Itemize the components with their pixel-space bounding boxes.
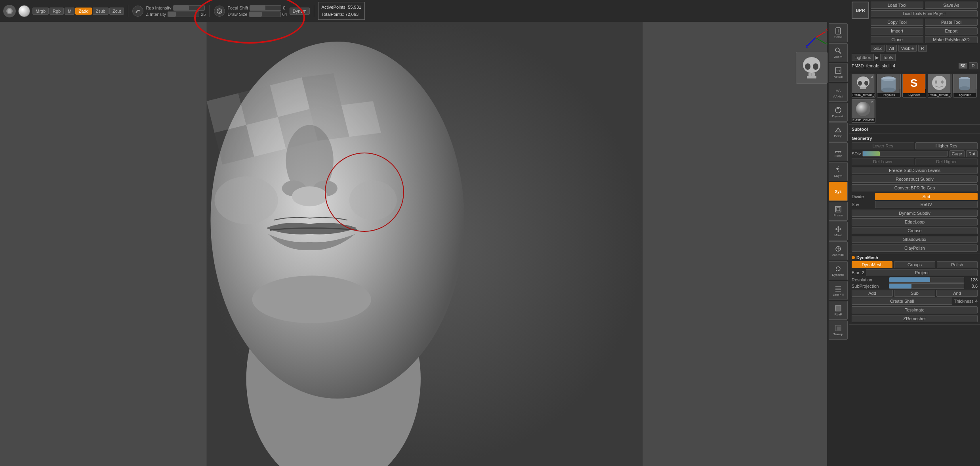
zadd-btn[interactable]: Zadd	[75, 8, 92, 15]
save-as-button[interactable]: Save As	[925, 2, 978, 9]
m-btn[interactable]: M	[65, 8, 74, 15]
smt-btn[interactable]: Smt	[875, 193, 978, 200]
higher-res-btn[interactable]: Higher Res	[915, 142, 978, 149]
lightbox-button[interactable]: Lightbox	[852, 54, 874, 61]
rotate-btn[interactable]: Dynamic	[829, 261, 848, 280]
svg-point-59	[835, 48, 839, 52]
polish-btn[interactable]: Polish	[937, 261, 978, 268]
zsub-btn[interactable]: Zsub	[93, 8, 109, 15]
dynamic-view-btn[interactable]: Dynamic	[829, 103, 848, 122]
tool-thumb-2[interactable]: Cylinder PolyMes	[877, 74, 901, 97]
convert-bpr-btn[interactable]: Convert BPR To Geo	[852, 184, 978, 191]
xyz-label: Xyz	[835, 189, 841, 194]
tool-thumb-5[interactable]: SimpleB Cylinder	[953, 74, 977, 97]
lower-res-btn[interactable]: Lower Res	[852, 142, 914, 149]
rlyf-btn[interactable]: RLyF	[829, 301, 848, 320]
canvas-area[interactable]	[0, 22, 849, 466]
shadow-box-btn[interactable]: ShadowBox	[852, 236, 978, 243]
del-higher-btn[interactable]: Del Higher	[915, 158, 978, 165]
load-tool-button[interactable]: Load Tool	[871, 2, 923, 9]
load-tools-from-project-button[interactable]: Load Tools From Project	[871, 10, 978, 17]
zoom3d-btn[interactable]: Zoom3D	[829, 241, 848, 260]
clay-polish-btn[interactable]: ClayPolish	[852, 244, 978, 252]
add-btn[interactable]: Add	[852, 290, 893, 297]
thickness-label: Thickness	[954, 299, 974, 304]
and-btn[interactable]: And	[936, 290, 978, 297]
stroke-icon[interactable]	[132, 6, 143, 17]
sdiv-label: SDiv	[852, 151, 861, 156]
reconstruct-subdiv-btn[interactable]: Reconstruct Subdiv	[852, 176, 978, 183]
visible-button[interactable]: Visible	[898, 45, 917, 52]
transp-btn[interactable]: Transp	[829, 321, 848, 340]
copy-tool-button[interactable]: Copy Tool	[871, 19, 923, 26]
z-intensity-slider[interactable]	[168, 11, 199, 17]
brush-icon[interactable]	[3, 5, 16, 17]
dynamic-subdiv-btn[interactable]: Dynamic Subdiv	[852, 210, 978, 217]
tessimate-btn[interactable]: Tessimate	[852, 306, 978, 313]
tool-thumb-1[interactable]: 2 PM3D_female_sk	[852, 74, 875, 97]
draw-size-slider[interactable]	[249, 11, 281, 17]
dynamic-btn[interactable]: Dynam	[290, 8, 310, 15]
import-button[interactable]: Import	[871, 27, 923, 34]
svg-point-49	[935, 80, 937, 84]
create-shell-btn[interactable]: Create Shell	[852, 298, 952, 305]
r-btn[interactable]: R	[969, 62, 978, 69]
tool-thumb-3[interactable]: S SimpleB Cylinder	[902, 74, 926, 97]
lsym-btn[interactable]: LSym	[829, 162, 848, 181]
persp-btn[interactable]: Persp	[829, 122, 848, 141]
color-sphere[interactable]	[18, 5, 30, 17]
skull-thumbnail[interactable]	[796, 52, 827, 84]
zremesher-btn[interactable]: ZRemesher	[852, 315, 978, 322]
alpha-icon[interactable]: S	[214, 6, 225, 17]
focal-shift-slider[interactable]	[250, 5, 281, 11]
tool-thumb-6[interactable]: 2 PM3D_CPM3D_f	[852, 99, 875, 123]
mrgb-btn[interactable]: Mrgb	[32, 8, 49, 15]
bpr-button[interactable]: BPR	[852, 2, 869, 19]
edge-loop-btn[interactable]: EdgeLoop	[852, 218, 978, 225]
freeze-subdiv-btn[interactable]: Freeze SubDivision Levels	[852, 167, 978, 174]
aahalf-btn[interactable]: AA AAHalf	[829, 83, 848, 102]
subtool-title[interactable]: Subtool	[852, 126, 978, 132]
rgb-intensity-slider[interactable]	[173, 5, 205, 11]
export-button[interactable]: Export	[925, 27, 978, 34]
svg-point-50	[941, 80, 944, 84]
actual-btn[interactable]: 1:1 Actual	[829, 63, 848, 82]
subprojection-slider[interactable]	[889, 283, 964, 289]
zoom-btn[interactable]: Zoom	[829, 43, 848, 62]
all-button[interactable]: All	[886, 45, 896, 52]
divider3	[314, 5, 314, 17]
zcut-btn[interactable]: Zcut	[109, 8, 124, 15]
svg-point-10	[292, 186, 328, 206]
del-lower-btn[interactable]: Del Lower	[852, 158, 914, 165]
scroll-btn[interactable]: Scroll	[829, 23, 848, 42]
tool-thumb-4[interactable]: PM3D_female_sk	[928, 74, 951, 97]
groups-btn[interactable]: Groups	[894, 261, 935, 268]
move-btn[interactable]: Move	[829, 222, 848, 241]
geometry-title[interactable]: Geometry	[852, 135, 978, 141]
dynamesh-btn[interactable]: DynaMesh	[852, 261, 892, 268]
svg-point-31	[813, 63, 818, 70]
r-shortcut-button[interactable]: R	[918, 45, 927, 52]
paste-tool-button[interactable]: Paste Tool	[925, 19, 978, 26]
make-polymesh3d-button[interactable]: Make PolyMesh3D	[925, 36, 978, 43]
resolution-slider[interactable]	[889, 277, 964, 283]
thumb6-badge: 2	[870, 100, 874, 104]
clone-button[interactable]: Clone	[871, 36, 923, 43]
cage-btn[interactable]: Cage	[949, 150, 965, 157]
line-fill-btn[interactable]: Line Fill	[829, 281, 848, 300]
sub-btn[interactable]: Sub	[894, 290, 935, 297]
rgb-btn[interactable]: Rgb	[50, 8, 64, 15]
rat-btn[interactable]: Rat	[966, 150, 978, 157]
sdiv-slider[interactable]	[862, 151, 948, 157]
crease-btn[interactable]: Crease	[852, 227, 978, 234]
tools-button[interactable]: Tools	[880, 54, 896, 61]
frame-btn[interactable]: Frame	[829, 202, 848, 221]
xyz-btn[interactable]: Xyz	[829, 182, 848, 201]
blur-label: Blur	[852, 270, 860, 275]
total-points-label: TotalPoints:	[322, 12, 344, 17]
goz-button[interactable]: GoZ	[871, 45, 885, 52]
floor-btn[interactable]: Floor	[829, 142, 848, 161]
reuv-btn[interactable]: ReUV	[875, 201, 978, 208]
project-btn[interactable]: Project	[866, 269, 978, 276]
svg-text:Z: Z	[806, 44, 808, 48]
